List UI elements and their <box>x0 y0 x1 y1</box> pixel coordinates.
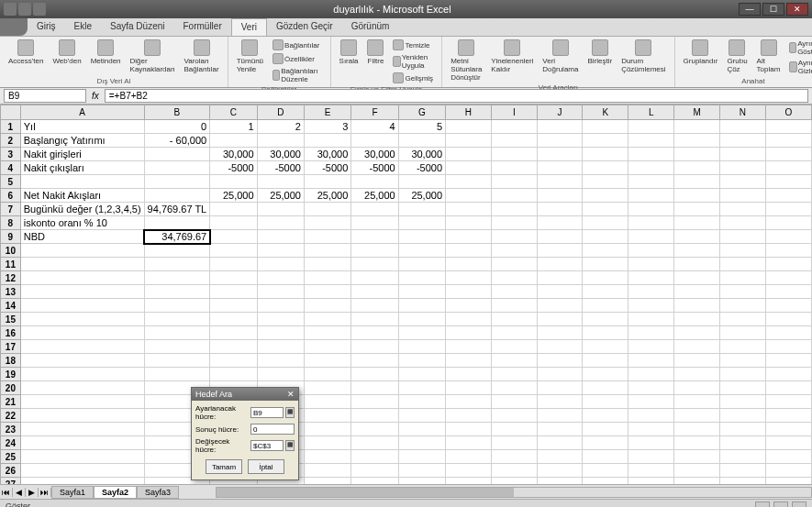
cell-I5[interactable] <box>491 175 537 189</box>
cell-D7[interactable] <box>257 203 304 216</box>
cell-L24[interactable] <box>628 436 674 450</box>
redo-icon[interactable] <box>33 3 46 16</box>
row-header-20[interactable]: 20 <box>1 381 21 395</box>
cell-J11[interactable] <box>537 258 583 271</box>
row-header-1[interactable]: 1 <box>1 120 21 134</box>
filter-button[interactable]: Filtre <box>364 39 386 66</box>
cell-D16[interactable] <box>257 326 304 340</box>
cell-O1[interactable] <box>765 120 811 134</box>
cell-L23[interactable] <box>628 423 674 436</box>
cell-M19[interactable] <box>674 368 720 381</box>
cell-C5[interactable] <box>210 175 257 189</box>
cell-G10[interactable] <box>398 244 445 258</box>
cell-H1[interactable] <box>446 120 492 134</box>
cell-A12[interactable] <box>20 271 144 285</box>
cell-A27[interactable] <box>20 478 144 485</box>
cell-E18[interactable] <box>304 354 350 368</box>
cell-D11[interactable] <box>257 258 304 271</box>
cell-M6[interactable] <box>674 189 720 203</box>
cell-H14[interactable] <box>446 299 492 313</box>
save-icon[interactable] <box>4 3 17 16</box>
cell-J7[interactable] <box>537 203 583 216</box>
cell-B18[interactable] <box>144 354 210 368</box>
select-all-corner[interactable] <box>1 105 21 120</box>
cell-E11[interactable] <box>304 258 350 271</box>
cell-D18[interactable] <box>257 354 304 368</box>
cell-H4[interactable] <box>446 161 492 175</box>
cell-O6[interactable] <box>765 189 811 203</box>
col-header-H[interactable]: H <box>446 105 492 120</box>
cell-D17[interactable] <box>257 340 304 354</box>
sheet-tab-1[interactable]: Sayfa1 <box>51 486 94 499</box>
cell-H23[interactable] <box>446 423 492 436</box>
row-header-24[interactable]: 24 <box>1 436 21 450</box>
cell-E19[interactable] <box>304 368 350 381</box>
cell-K17[interactable] <box>583 340 628 354</box>
cell-N18[interactable] <box>720 354 766 368</box>
cell-J9[interactable] <box>537 230 583 244</box>
sheet-tab-3[interactable]: Sayfa3 <box>137 486 179 499</box>
cell-A5[interactable] <box>20 175 144 189</box>
cell-O2[interactable] <box>765 134 811 148</box>
cell-A10[interactable] <box>20 244 144 258</box>
row-header-8[interactable]: 8 <box>1 216 21 230</box>
cell-A22[interactable] <box>20 409 144 423</box>
from-text-button[interactable]: Metinden <box>88 39 124 66</box>
cell-B17[interactable] <box>144 340 210 354</box>
cell-I19[interactable] <box>491 368 537 381</box>
pagebreak-view-button[interactable] <box>792 501 806 508</box>
cell-J21[interactable] <box>537 395 583 409</box>
cell-M16[interactable] <box>674 326 720 340</box>
cell-L4[interactable] <box>628 161 674 175</box>
cell-N26[interactable] <box>720 464 766 478</box>
cell-L27[interactable] <box>628 478 674 485</box>
cell-C13[interactable] <box>210 285 257 299</box>
cell-L22[interactable] <box>628 409 674 423</box>
row-header-3[interactable]: 3 <box>1 148 21 161</box>
cell-M25[interactable] <box>674 450 720 464</box>
row-header-11[interactable]: 11 <box>1 258 21 271</box>
cell-M10[interactable] <box>674 244 720 258</box>
cell-O10[interactable] <box>765 244 811 258</box>
cell-L25[interactable] <box>628 450 674 464</box>
col-header-G[interactable]: G <box>398 105 445 120</box>
worksheet[interactable]: ABCDEFGHIJKLMNO1Yıl0123452Başlangıç Yatı… <box>0 105 812 484</box>
cell-J10[interactable] <box>537 244 583 258</box>
cell-J12[interactable] <box>537 271 583 285</box>
cell-L14[interactable] <box>628 299 674 313</box>
cell-E4[interactable]: -5000 <box>304 161 350 175</box>
cell-E1[interactable]: 3 <box>304 120 350 134</box>
row-header-25[interactable]: 25 <box>1 450 21 464</box>
cell-J20[interactable] <box>537 381 583 395</box>
cell-G17[interactable] <box>398 340 445 354</box>
cell-N3[interactable] <box>720 148 766 161</box>
cell-I22[interactable] <box>491 409 537 423</box>
sheet-nav-last[interactable]: ⏭ <box>39 488 51 497</box>
cell-M9[interactable] <box>674 230 720 244</box>
cell-N17[interactable] <box>720 340 766 354</box>
cell-H20[interactable] <box>446 381 492 395</box>
cell-A15[interactable] <box>20 313 144 326</box>
cell-D19[interactable] <box>257 368 304 381</box>
cell-I4[interactable] <box>491 161 537 175</box>
cell-G15[interactable] <box>398 313 445 326</box>
cell-I2[interactable] <box>491 134 537 148</box>
cell-A7[interactable]: Bugünkü değer (1,2,3,4,5) <box>20 203 144 216</box>
cell-B9[interactable]: 34,769.67 <box>144 230 210 244</box>
cell-N9[interactable] <box>720 230 766 244</box>
cell-C9[interactable] <box>210 230 257 244</box>
cell-F1[interactable]: 4 <box>351 120 398 134</box>
cell-M12[interactable] <box>674 271 720 285</box>
row-header-22[interactable]: 22 <box>1 409 21 423</box>
cell-C17[interactable] <box>210 340 257 354</box>
clear-button[interactable]: Temizle <box>390 39 436 51</box>
cell-K5[interactable] <box>583 175 628 189</box>
sheet-nav-next[interactable]: ▶ <box>26 488 39 497</box>
cell-D12[interactable] <box>257 271 304 285</box>
cell-L9[interactable] <box>628 230 674 244</box>
consolidate-button[interactable]: Birleştir <box>584 39 615 66</box>
minimize-button[interactable]: — <box>739 3 761 16</box>
cell-M23[interactable] <box>674 423 720 436</box>
cell-J24[interactable] <box>537 436 583 450</box>
cell-O19[interactable] <box>765 368 811 381</box>
